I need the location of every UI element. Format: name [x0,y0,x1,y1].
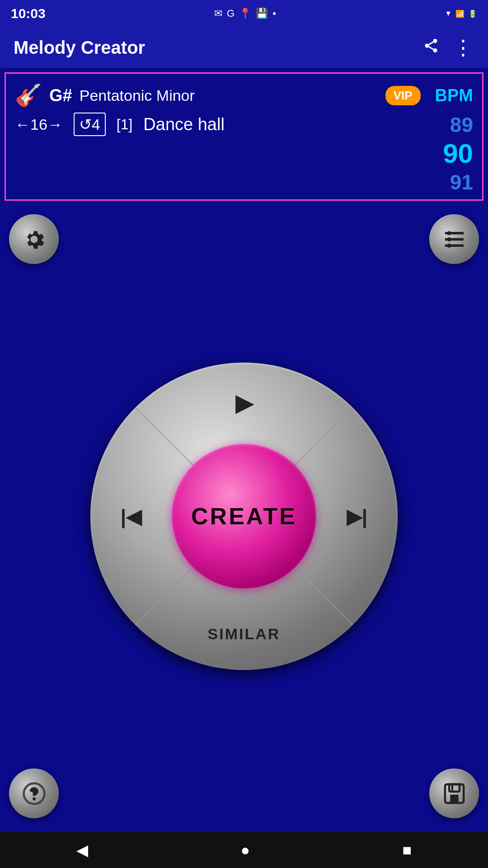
vip-badge[interactable]: VIP [385,86,421,105]
svg-rect-19 [450,794,458,802]
wheel-container: ▶ SIMILAR |◀ ▶| CREATE [90,363,398,670]
share-icon[interactable] [423,38,439,58]
status-right-icons: ▼ 📶 🔋 [445,9,477,18]
similar-segment[interactable]: SIMILAR [190,607,298,661]
help-button[interactable] [9,769,59,818]
svg-line-3 [429,47,433,49]
similar-label: SIMILAR [208,625,281,643]
guitar-icon[interactable]: 🎸 [15,83,42,108]
panel-row2: ←16→ ↺4 [1] Dance hall [15,113,225,136]
svg-rect-20 [451,785,453,790]
scale-label[interactable]: Pentatonic Minor [80,87,195,104]
app-bar: Melody Creator ⋮ [0,27,488,68]
step-indicator[interactable]: [1] [117,116,133,133]
status-bar: 10:03 ✉ G 📍 💾 • ▼ 📶 🔋 [0,0,488,27]
nav-bar: ◀ ● ■ [0,832,488,868]
prev-segment[interactable]: |◀ [99,471,163,561]
create-label: CREATE [191,503,297,530]
dot-icon: • [272,8,276,19]
bpm-label: BPM [435,86,473,105]
create-button[interactable]: CREATE [172,444,316,589]
next-segment[interactable]: ▶| [325,471,389,561]
overflow-menu-icon[interactable]: ⋮ [453,43,474,52]
step-width-icon[interactable]: ←16→ [15,116,63,133]
next-icon: ▶| [347,505,367,528]
svg-rect-18 [449,784,460,791]
repeat-icon[interactable]: ↺4 [74,113,106,136]
control-panel: 🎸 G# Pentatonic Minor VIP BPM ←16→ ↺4 [1… [5,72,483,201]
save-button[interactable] [429,769,479,818]
prev-icon: |◀ [121,505,141,528]
app-title: Melody Creator [14,38,145,58]
home-nav-button[interactable]: ● [227,837,263,863]
bottom-controls [9,764,479,823]
bpm-91[interactable]: 91 [450,170,473,195]
recent-nav-button[interactable]: ■ [389,837,426,863]
panel-row1: 🎸 G# Pentatonic Minor VIP BPM [15,83,473,108]
play-segment[interactable]: ▶ [199,372,289,435]
genre-label[interactable]: Dance hall [143,115,225,134]
back-nav-button[interactable]: ◀ [63,836,102,863]
bpm-90[interactable]: 90 [443,137,473,170]
key-label[interactable]: G# [49,86,72,105]
svg-point-8 [447,231,451,235]
svg-line-4 [429,42,433,44]
signal-icon: 📶 [455,9,465,18]
status-time: 10:03 [11,6,46,21]
panel-left: 🎸 G# Pentatonic Minor [15,83,195,108]
svg-point-9 [447,237,451,241]
wifi-icon: ▼ [445,9,452,18]
storage-icon: 💾 [256,8,268,19]
menu-list-button[interactable] [429,214,479,264]
gmail-icon: ✉ [214,8,222,19]
svg-point-0 [433,39,437,43]
svg-point-10 [447,244,451,248]
battery-icon: 🔋 [468,9,477,18]
svg-point-1 [425,43,429,47]
location-icon: 📍 [239,8,251,19]
app-bar-icons: ⋮ [423,38,474,58]
top-controls [9,210,479,269]
main-area: ▶ SIMILAR |◀ ▶| CREATE [0,201,488,832]
bpm-89[interactable]: 89 [450,113,473,137]
play-icon: ▶ [235,390,253,416]
svg-point-2 [433,48,437,52]
settings-button[interactable] [9,214,59,264]
svg-point-16 [33,797,36,800]
status-icons: ✉ G 📍 💾 • [214,8,276,19]
bpm-column: 89 90 91 [443,113,473,195]
google-icon: G [227,8,235,19]
